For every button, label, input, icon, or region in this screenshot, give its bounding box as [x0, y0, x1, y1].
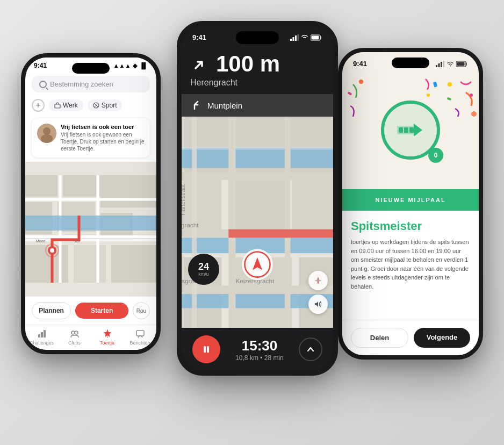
dynamic-island-left	[72, 63, 110, 74]
battery-icon-right	[456, 61, 468, 67]
svg-rect-69	[438, 63, 440, 67]
clubs-icon	[69, 328, 80, 339]
milestone-icon-container: 0	[381, 101, 440, 160]
search-bar[interactable]: Bestemming zoeken	[32, 76, 150, 92]
nav-distance: 100 m	[190, 51, 325, 77]
next-button[interactable]: Volgende	[414, 328, 470, 348]
svg-rect-26	[38, 334, 40, 338]
svg-rect-79	[433, 81, 437, 87]
nav-street: Herengracht	[190, 78, 325, 88]
trip-duration: 28 min	[264, 354, 284, 362]
sound-button[interactable]	[308, 295, 328, 314]
battery-icon-center	[311, 34, 322, 41]
berichten-label: Berichten	[129, 340, 150, 346]
svg-rect-32	[136, 331, 144, 336]
toertja-icon	[102, 328, 113, 339]
battery-icon-left: ▐▌	[139, 62, 148, 69]
more-button[interactable]: Rou	[133, 302, 150, 319]
svg-rect-50	[182, 147, 333, 149]
turn-arrow-icon	[190, 54, 210, 74]
svg-rect-28	[44, 330, 46, 338]
celebration-area: 0	[342, 71, 479, 189]
milestone-label: NIEUWE MIJLPAAL	[342, 189, 479, 211]
pause-icon	[201, 344, 211, 354]
milestone-description: toertjes op werkdagen tijdens de spits t…	[351, 238, 470, 291]
search-placeholder: Bestemming zoeken	[50, 80, 113, 88]
milestone-content: Spitsmeister toertjes op werkdagen tijde…	[342, 211, 479, 320]
svg-point-30	[75, 331, 78, 334]
svg-point-75	[448, 82, 452, 87]
compass-button[interactable]	[308, 271, 328, 290]
svg-point-22	[50, 248, 54, 253]
svg-rect-27	[41, 332, 43, 338]
svg-rect-67	[207, 346, 209, 353]
status-icons-left: ▲▲▲ ◆ ▐▌	[113, 62, 148, 69]
signal-icon-center	[290, 34, 299, 41]
svg-text:Herengracht: Herengracht	[182, 221, 199, 228]
phone-center-content: 9:41	[182, 26, 333, 371]
start-button[interactable]: Starten	[75, 303, 128, 319]
tab-toertja[interactable]: Toertja	[91, 328, 124, 346]
svg-rect-13	[111, 245, 156, 283]
phone-center: 9:41	[177, 21, 338, 376]
milestone-arrow-icon	[394, 114, 427, 146]
compass-icon	[313, 276, 323, 285]
phone-left: 9:41 ▲▲▲ ◆ ▐▌ Bestemming zoeken +	[21, 53, 161, 354]
banner-avatar	[37, 124, 56, 143]
svg-rect-77	[447, 97, 452, 101]
activity-banner[interactable]: Vrij fietsen is ook een toer Vrij fietse…	[32, 118, 150, 157]
add-chip-button[interactable]: +	[32, 99, 45, 112]
speed-value: 24	[198, 262, 209, 271]
nav-header: 100 m Herengracht	[182, 45, 333, 94]
badge-count: 0	[434, 152, 438, 159]
map-center: Singel Herengracht Keizersgracht Keizers…	[182, 117, 333, 328]
status-icons-center	[290, 34, 322, 41]
trip-details: 10,8 km • 28 min	[227, 354, 292, 362]
svg-point-81	[359, 80, 363, 84]
speed-indicator: 24 km/u	[188, 254, 219, 285]
time-center: 9:41	[192, 33, 206, 41]
next-turn-icon	[190, 99, 202, 111]
svg-rect-20	[25, 216, 156, 231]
tab-clubs[interactable]: Clubs	[58, 328, 91, 346]
pause-button[interactable]	[192, 335, 220, 363]
svg-rect-48	[182, 173, 333, 180]
sound-icon	[314, 300, 322, 308]
banner-title: Vrij fietsen is ook een toer	[61, 124, 145, 130]
svg-rect-9	[100, 175, 156, 207]
svg-rect-66	[204, 346, 206, 353]
clubs-label: Clubs	[68, 340, 81, 346]
svg-rect-35	[295, 35, 297, 41]
distance-value: 100 m	[216, 51, 280, 77]
trip-stats: 15:30 10,8 km • 28 min	[227, 338, 292, 362]
chip-werk-label: Werk	[63, 102, 78, 109]
svg-rect-12	[74, 245, 106, 283]
svg-point-3	[41, 134, 53, 143]
challenges-icon	[37, 328, 47, 339]
time-left: 9:41	[34, 62, 47, 69]
tab-challenges[interactable]: Challenges	[25, 328, 58, 346]
signal-icon-right	[436, 61, 444, 67]
nav-next: Muntplein	[182, 94, 333, 117]
plan-button[interactable]: Plannen	[32, 302, 71, 319]
svg-point-80	[427, 94, 430, 97]
milestone-title: Spitsmeister	[351, 219, 470, 233]
expand-button[interactable]	[299, 338, 322, 361]
next-street: Muntplein	[207, 101, 242, 110]
dynamic-island-right	[392, 58, 429, 68]
svg-rect-38	[312, 35, 319, 39]
chevron-up-icon	[306, 345, 315, 354]
trip-distance: 10,8 km	[235, 354, 258, 362]
chip-sport[interactable]: Sport	[88, 99, 123, 111]
share-button[interactable]: Delen	[351, 328, 408, 348]
svg-point-78	[471, 111, 477, 117]
chip-werk[interactable]: Werk	[49, 99, 83, 111]
svg-text:Meen: Meen	[36, 239, 46, 243]
milestone-badge: 0	[428, 148, 443, 163]
status-icons-right	[436, 61, 468, 67]
tab-berichten[interactable]: Berichten	[124, 328, 156, 346]
more-label: Rou	[136, 308, 146, 314]
banner-text: Vrij fietsen is ook een toer Vrij fietse…	[61, 124, 145, 152]
phone-right-content: 9:41	[342, 52, 479, 355]
nav-bottom: 15:30 10,8 km • 28 min	[182, 328, 333, 371]
